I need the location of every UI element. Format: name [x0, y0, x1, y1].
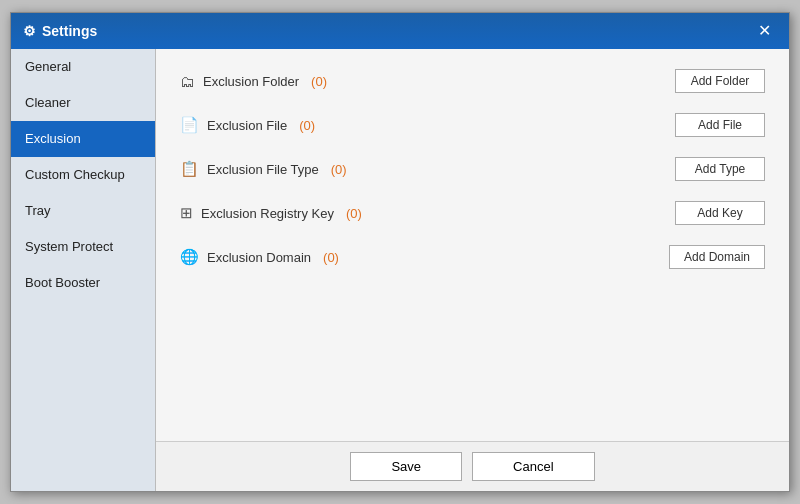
sidebar-item-tray[interactable]: Tray — [11, 193, 155, 229]
cancel-button[interactable]: Cancel — [472, 452, 594, 481]
registry-key-icon: ⊞ — [180, 204, 193, 222]
file-type-label: Exclusion File Type — [207, 162, 319, 177]
sidebar-item-custom-checkup[interactable]: Custom Checkup — [11, 157, 155, 193]
domain-label: Exclusion Domain — [207, 250, 311, 265]
add-domain-button[interactable]: Add Domain — [669, 245, 765, 269]
file-icon: 📄 — [180, 116, 199, 134]
add-registry-key-button[interactable]: Add Key — [675, 201, 765, 225]
exclusion-row-domain: 🌐Exclusion Domain(0)Add Domain — [180, 245, 765, 269]
file-label: Exclusion File — [207, 118, 287, 133]
exclusion-row-file: 📄Exclusion File(0)Add File — [180, 113, 765, 137]
file-count: (0) — [299, 118, 315, 133]
registry-key-count: (0) — [346, 206, 362, 221]
folder-icon: 🗂 — [180, 73, 195, 90]
sidebar-item-cleaner[interactable]: Cleaner — [11, 85, 155, 121]
sidebar-item-exclusion[interactable]: Exclusion — [11, 121, 155, 157]
add-folder-button[interactable]: Add Folder — [675, 69, 765, 93]
settings-icon: ⚙ — [23, 23, 36, 39]
footer: Save Cancel — [156, 441, 789, 491]
sidebar-item-general[interactable]: General — [11, 49, 155, 85]
file-type-count: (0) — [331, 162, 347, 177]
exclusion-row-file-type: 📋Exclusion File Type(0)Add Type — [180, 157, 765, 181]
title-bar-left: ⚙ Settings — [23, 23, 97, 39]
close-button[interactable]: ✕ — [752, 21, 777, 41]
registry-key-label: Exclusion Registry Key — [201, 206, 334, 221]
folder-count: (0) — [311, 74, 327, 89]
dialog-title: Settings — [42, 23, 97, 39]
sidebar-item-boot-booster[interactable]: Boot Booster — [11, 265, 155, 301]
exclusion-row-folder: 🗂Exclusion Folder(0)Add Folder — [180, 69, 765, 93]
domain-icon: 🌐 — [180, 248, 199, 266]
exclusions-list: 🗂Exclusion Folder(0)Add Folder📄Exclusion… — [156, 49, 789, 441]
add-file-type-button[interactable]: Add Type — [675, 157, 765, 181]
add-file-button[interactable]: Add File — [675, 113, 765, 137]
folder-label: Exclusion Folder — [203, 74, 299, 89]
exclusion-row-registry-key: ⊞Exclusion Registry Key(0)Add Key — [180, 201, 765, 225]
title-bar: ⚙ Settings ✕ — [11, 13, 789, 49]
main-panel: 🗂Exclusion Folder(0)Add Folder📄Exclusion… — [156, 49, 789, 491]
content-area: GeneralCleanerExclusionCustom CheckupTra… — [11, 49, 789, 491]
sidebar-item-system-protect[interactable]: System Protect — [11, 229, 155, 265]
settings-dialog: ⚙ Settings ✕ GeneralCleanerExclusionCust… — [10, 12, 790, 492]
save-button[interactable]: Save — [350, 452, 462, 481]
file-type-icon: 📋 — [180, 160, 199, 178]
domain-count: (0) — [323, 250, 339, 265]
sidebar: GeneralCleanerExclusionCustom CheckupTra… — [11, 49, 156, 491]
